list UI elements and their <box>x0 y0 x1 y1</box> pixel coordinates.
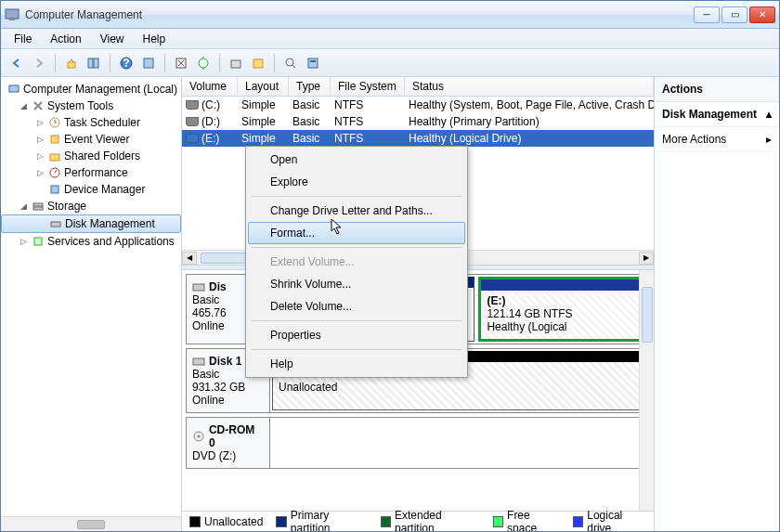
toolbar-btn-8[interactable] <box>193 53 214 73</box>
back-button[interactable] <box>6 53 27 73</box>
svg-rect-7 <box>144 58 153 68</box>
svg-rect-10 <box>231 60 240 68</box>
volume-row-e[interactable]: (E:) Simple Basic NTFS Healthy (Logical … <box>182 130 654 147</box>
menu-bar: File Action View Help <box>1 29 779 49</box>
app-icon <box>5 7 20 22</box>
ctx-shrink[interactable]: Shrink Volume... <box>248 273 465 295</box>
tree-services-apps[interactable]: ▷ Services and Applications <box>1 233 181 250</box>
legend: Unallocated Primary partition Extended p… <box>182 511 654 531</box>
navigation-tree: Computer Management (Local) ◢ System Too… <box>1 77 181 516</box>
ctx-explore[interactable]: Explore <box>248 171 465 193</box>
menu-help[interactable]: Help <box>134 31 176 47</box>
toolbar: ? <box>1 49 779 77</box>
expand-icon[interactable]: ▷ <box>34 118 46 127</box>
tree-shared-folders[interactable]: ▷ Shared Folders <box>1 148 181 164</box>
tree-disk-management[interactable]: Disk Management <box>1 214 181 233</box>
tree-root[interactable]: Computer Management (Local) <box>1 81 181 97</box>
ctx-open[interactable]: Open <box>248 149 465 171</box>
close-button[interactable]: ✕ <box>749 6 775 23</box>
tree-performance-label: Performance <box>64 166 128 179</box>
tree-system-tools[interactable]: ◢ System Tools <box>1 97 181 114</box>
expand-icon[interactable]: ▷ <box>18 237 29 246</box>
tree-horizontal-scrollbar[interactable] <box>1 516 181 531</box>
show-hide-button[interactable] <box>84 53 104 73</box>
actions-header: Actions <box>655 77 779 102</box>
svg-rect-14 <box>308 58 318 68</box>
svg-rect-24 <box>51 222 60 227</box>
minimize-button[interactable]: ─ <box>694 6 720 23</box>
actions-more[interactable]: More Actions ▸ <box>655 127 779 152</box>
tree-device-manager[interactable]: Device Manager <box>1 181 181 198</box>
svg-rect-16 <box>9 85 19 92</box>
expand-icon[interactable]: ▷ <box>34 135 46 144</box>
computer-mgmt-icon <box>6 82 21 97</box>
disk-icon <box>192 356 205 367</box>
col-fs[interactable]: File System <box>331 77 405 96</box>
col-volume[interactable]: Volume <box>182 77 238 96</box>
ctx-delete[interactable]: Delete Volume... <box>248 295 465 318</box>
tree-storage-label: Storage <box>47 200 86 213</box>
ctx-properties[interactable]: Properties <box>248 324 465 346</box>
collapse-icon[interactable]: ◢ <box>18 201 29 211</box>
menu-action[interactable]: Action <box>41 31 90 47</box>
svg-rect-23 <box>33 207 43 210</box>
toolbar-btn-6[interactable] <box>138 53 159 73</box>
window-title: Computer Management <box>25 8 694 21</box>
svg-rect-15 <box>310 60 316 62</box>
tree-device-manager-label: Device Manager <box>64 183 145 196</box>
legend-free: Free space <box>493 509 560 532</box>
drive-icon <box>186 117 199 126</box>
disklayout-vertical-scrollbar[interactable] <box>639 270 654 511</box>
toolbar-btn-11[interactable] <box>280 53 301 73</box>
volume-row-c[interactable]: (C:) Simple Basic NTFS Healthy (System, … <box>182 97 654 113</box>
tree-task-scheduler[interactable]: ▷ Task Scheduler <box>1 114 181 131</box>
toolbar-btn-9[interactable] <box>226 53 246 73</box>
scroll-right-arrow[interactable]: ▶ <box>639 252 654 265</box>
ctx-format[interactable]: Format... <box>248 222 465 244</box>
svg-point-9 <box>199 58 208 68</box>
col-layout[interactable]: Layout <box>238 77 289 96</box>
menu-view[interactable]: View <box>91 31 134 47</box>
volume-row-d[interactable]: (D:) Simple Basic NTFS Healthy (Primary … <box>182 113 654 130</box>
scroll-left-arrow[interactable]: ◀ <box>182 252 197 265</box>
chevron-up-icon: ▴ <box>766 108 772 121</box>
device-icon <box>47 182 62 197</box>
context-separator <box>252 196 462 197</box>
tree-performance[interactable]: ▷ Performance <box>1 164 181 181</box>
ctx-extend: Extend Volume... <box>248 251 465 273</box>
context-separator <box>252 349 462 350</box>
tree-system-tools-label: System Tools <box>47 99 113 112</box>
clock-icon <box>47 115 62 130</box>
help-icon[interactable]: ? <box>116 53 136 73</box>
menu-file[interactable]: File <box>5 31 41 47</box>
disk-mgmt-icon <box>48 216 63 231</box>
toolbar-btn-12[interactable] <box>303 53 323 73</box>
up-button[interactable] <box>61 53 82 73</box>
maximize-button[interactable]: ▭ <box>722 6 748 23</box>
legend-logical: Logical drive <box>573 509 646 532</box>
cdrom-icon <box>192 431 205 442</box>
ctx-change-letter[interactable]: Change Drive Letter and Paths... <box>248 200 465 222</box>
actions-disk-management[interactable]: Disk Management ▴ <box>655 102 779 127</box>
col-type[interactable]: Type <box>289 77 331 96</box>
svg-rect-27 <box>193 358 204 365</box>
partition-e[interactable]: (E:) 121.14 GB NTFS Healthy (Logical <box>478 277 647 342</box>
tree-storage[interactable]: ◢ Storage <box>1 198 181 214</box>
folder-icon <box>47 149 62 163</box>
context-menu: Open Explore Change Drive Letter and Pat… <box>245 146 468 378</box>
disk-row-cdrom[interactable]: CD-ROM 0 DVD (Z:) <box>186 417 650 469</box>
tree-root-label: Computer Management (Local) <box>23 83 177 96</box>
svg-line-13 <box>292 65 295 68</box>
col-status[interactable]: Status <box>405 77 654 96</box>
collapse-icon[interactable]: ◢ <box>18 101 29 110</box>
svg-rect-21 <box>51 186 58 193</box>
toolbar-btn-7[interactable] <box>171 53 191 73</box>
ctx-help[interactable]: Help <box>248 353 465 375</box>
toolbar-btn-10[interactable] <box>248 53 268 73</box>
tree-shared-folders-label: Shared Folders <box>64 149 140 162</box>
expand-icon[interactable]: ▷ <box>34 168 46 177</box>
expand-icon[interactable]: ▷ <box>34 151 46 161</box>
storage-icon <box>31 199 46 214</box>
tree-event-viewer[interactable]: ▷ Event Viewer <box>1 131 181 148</box>
forward-button[interactable] <box>29 53 49 73</box>
